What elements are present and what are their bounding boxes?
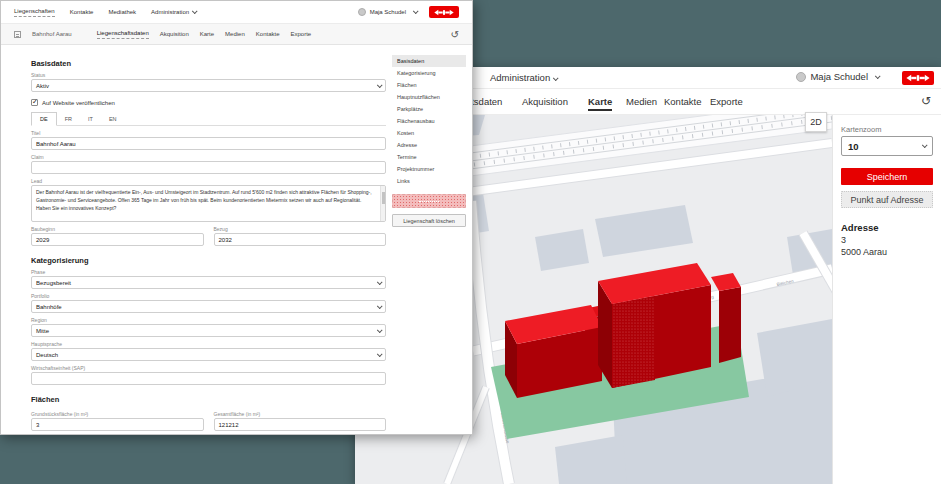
anchor-item-flaechen[interactable]: Flächen	[392, 79, 466, 91]
lang-tab-de[interactable]: DE	[31, 112, 57, 126]
anchor-item-kosten[interactable]: Kosten	[392, 127, 466, 139]
claim-label: Claim	[31, 154, 386, 160]
chevron-down-icon	[377, 82, 383, 88]
lang-tab-it[interactable]: IT	[80, 113, 101, 125]
form-column: Basisdaten Status Aktiv Auf Website verö…	[31, 59, 386, 435]
gesamtflaeche-label: Gesamtfläche (in m²)	[214, 411, 387, 417]
save-pattern-button[interactable]	[392, 194, 466, 208]
bezug-input[interactable]: 2032	[214, 233, 387, 246]
anchor-item-parkplaetze[interactable]: Parkplätze	[392, 103, 466, 115]
wirtschaftseinheit-label: Wirtschaftseinheit (SAP)	[31, 365, 386, 371]
current-record-name[interactable]: Bahnhof Aarau	[32, 31, 72, 37]
punkt-auf-adresse-button[interactable]: Punkt auf Adresse	[841, 191, 933, 208]
lang-tab-fr[interactable]: FR	[57, 113, 80, 125]
status-label: Status	[31, 72, 386, 78]
hauptsprache-value: Deutsch	[36, 352, 58, 358]
liegenschaft-loeschen-button[interactable]: Liegenschaft löschen	[392, 214, 466, 227]
lead-text: Der Bahnhof Aarau ist der vielfrequentie…	[36, 189, 372, 211]
region-select[interactable]: Mitte	[31, 324, 386, 337]
tab-exporte[interactable]: Exporte	[710, 96, 743, 107]
chevron-down-icon	[377, 327, 383, 333]
grundstuecksflaeche-input[interactable]: 3	[31, 418, 204, 431]
kartenzoom-value: 10	[848, 141, 859, 152]
wirtschaftseinheit-input[interactable]	[31, 372, 386, 385]
anchor-item-flaechenausbau[interactable]: Flächenausbau	[392, 115, 466, 127]
baubeginn-input[interactable]: 2029	[31, 233, 204, 246]
nav-item-label: Administration	[490, 72, 550, 83]
titel-label: Titel	[31, 130, 386, 136]
anchor-nav: Basisdaten Kategorisierung Flächen Haupt…	[392, 55, 466, 227]
user-name: Maja Schudel	[810, 71, 868, 82]
map-side-panel: Kartenzoom 10 Speichern Punkt auf Adress…	[832, 115, 941, 484]
chevron-down-icon	[875, 73, 881, 79]
kartenzoom-select[interactable]: 10	[841, 136, 933, 156]
history-icon[interactable]: ↺	[921, 94, 931, 108]
lang-tab-en[interactable]: EN	[101, 113, 125, 125]
portfolio-label: Portfolio	[31, 293, 386, 299]
nav-item-kontakte[interactable]: Kontakte	[70, 9, 94, 15]
anchor-item-adresse[interactable]: Adresse	[392, 139, 466, 151]
baubeginn-label: Baubeginn	[31, 226, 204, 232]
sbb-logo	[429, 6, 459, 18]
avatar	[796, 72, 806, 82]
region-label: Region	[31, 317, 386, 323]
section-heading-kategorisierung: Kategorisierung	[31, 256, 386, 265]
scrollbar[interactable]	[380, 186, 385, 221]
list-icon[interactable]	[14, 31, 21, 38]
publish-checkbox[interactable]	[31, 99, 38, 106]
adresse-street: 3	[841, 235, 933, 245]
tab-exporte[interactable]: Exporte	[290, 31, 311, 37]
language-tabs: DE FR IT EN	[31, 113, 386, 126]
anchor-item-projektnummer[interactable]: Projektnummer	[392, 163, 466, 175]
tab-karte[interactable]: Karte	[200, 31, 214, 37]
adresse-city: 5000 Aarau	[841, 247, 933, 257]
user-menu[interactable]: Maja Schudel	[796, 71, 879, 82]
grundstuecksflaeche-label: Grundstücksfläche (in m²)	[31, 411, 204, 417]
chevron-down-icon	[377, 279, 383, 285]
sbb-arrows-icon	[434, 8, 454, 17]
tab-akquisition[interactable]: Akquisition	[522, 96, 568, 107]
publish-checkbox-row[interactable]: Auf Website veröffentlichen	[31, 99, 386, 106]
claim-input[interactable]	[31, 161, 386, 174]
user-menu[interactable]: Maja Schudel	[358, 6, 459, 18]
anchor-item-termine[interactable]: Termine	[392, 151, 466, 163]
anchor-item-basisdaten[interactable]: Basisdaten	[392, 55, 466, 67]
avatar	[358, 8, 366, 16]
portfolio-select[interactable]: Bahnhöfe	[31, 300, 386, 313]
nav-item-administration[interactable]: Administration	[151, 9, 196, 15]
tab-kontakte[interactable]: Kontakte	[256, 31, 280, 37]
map-2d-toggle-button[interactable]: 2D	[805, 112, 827, 132]
gesamtflaeche-input[interactable]: 121212	[214, 418, 387, 431]
publish-label: Auf Website veröffentlichen	[42, 100, 115, 106]
section-heading-basisdaten: Basisdaten	[31, 59, 386, 68]
tab-medien[interactable]: Medien	[626, 96, 657, 107]
chevron-down-icon	[192, 8, 198, 14]
anchor-item-hauptnutzflaechen[interactable]: Hauptnutzflächen	[392, 91, 466, 103]
sbb-arrows-icon	[906, 73, 930, 83]
lead-textarea[interactable]: Der Bahnhof Aarau ist der vielfrequentie…	[31, 185, 386, 222]
chevron-down-icon	[413, 8, 419, 14]
status-select[interactable]: Aktiv	[31, 79, 386, 92]
tab-medien[interactable]: Medien	[225, 31, 245, 37]
sbb-logo	[902, 71, 934, 85]
speichern-button[interactable]: Speichern	[841, 168, 933, 185]
adresse-heading: Adresse	[841, 222, 933, 233]
anchor-item-kategorisierung[interactable]: Kategorisierung	[392, 67, 466, 79]
anchor-item-links[interactable]: Links	[392, 175, 466, 187]
nav-item-liegenschaften[interactable]: Liegenschaften	[14, 8, 55, 17]
section-heading-flaechen: Flächen	[31, 395, 386, 404]
phase-select[interactable]: Bezugsbereit	[31, 276, 386, 289]
hauptsprache-select[interactable]: Deutsch	[31, 348, 386, 361]
tab-kontakte[interactable]: Kontakte	[664, 96, 702, 107]
chevron-down-icon	[922, 142, 928, 148]
tab-liegenschaftsdaten[interactable]: Liegenschaftsdaten	[97, 30, 149, 39]
nav-item-mediathek[interactable]: Mediathek	[108, 9, 136, 15]
top-nav-bar: Liegenschaften Kontakte Mediathek Admini…	[1, 1, 472, 24]
history-icon[interactable]: ↺	[451, 29, 459, 40]
tab-karte[interactable]: Karte	[588, 96, 612, 111]
status-value: Aktiv	[36, 83, 49, 89]
tab-akquisition[interactable]: Akquisition	[160, 31, 189, 37]
titel-input[interactable]: Bahnhof Aarau	[31, 137, 386, 150]
phase-value: Bezugsbereit	[36, 280, 71, 286]
nav-item-administration[interactable]: Administration	[490, 72, 557, 83]
